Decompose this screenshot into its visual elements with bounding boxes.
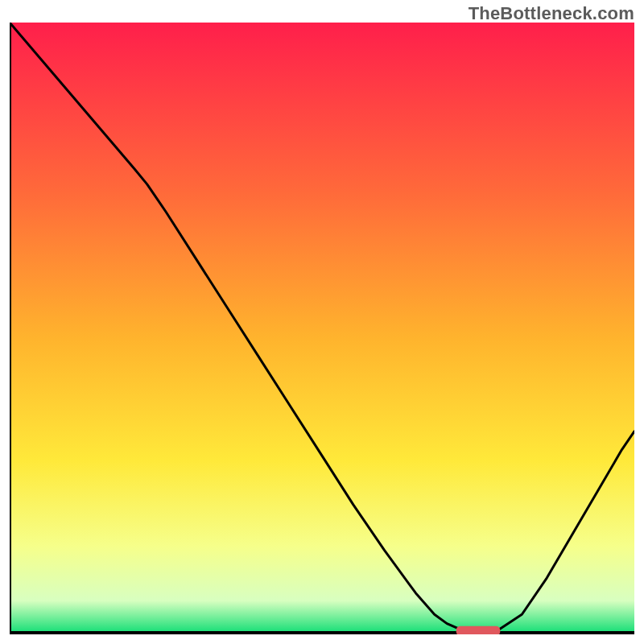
chart-svg <box>10 23 634 634</box>
optimal-marker <box>456 626 501 634</box>
gradient-background <box>10 23 634 631</box>
chart-frame: TheBottleneck.com <box>0 0 644 644</box>
plot-area <box>10 23 634 634</box>
watermark-text: TheBottleneck.com <box>469 3 634 24</box>
